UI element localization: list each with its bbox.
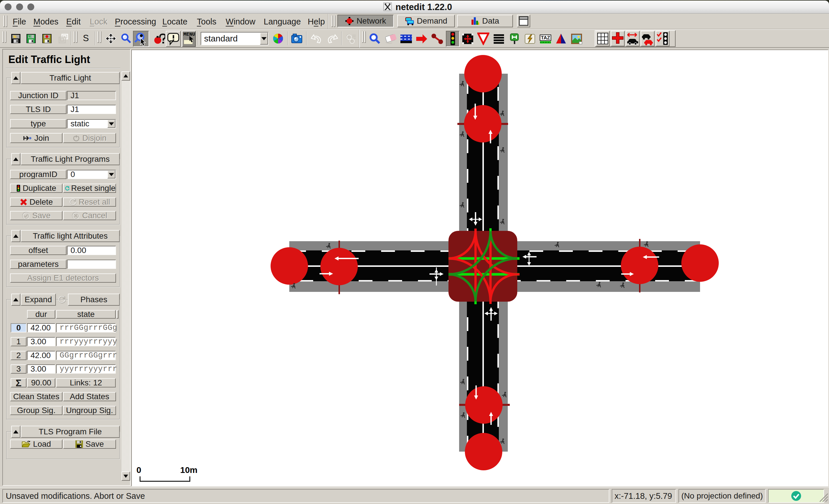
svg-text:TAZ: TAZ — [541, 35, 550, 41]
svg-text:0: 0 — [137, 465, 141, 475]
svg-text:10m: 10m — [180, 465, 197, 475]
